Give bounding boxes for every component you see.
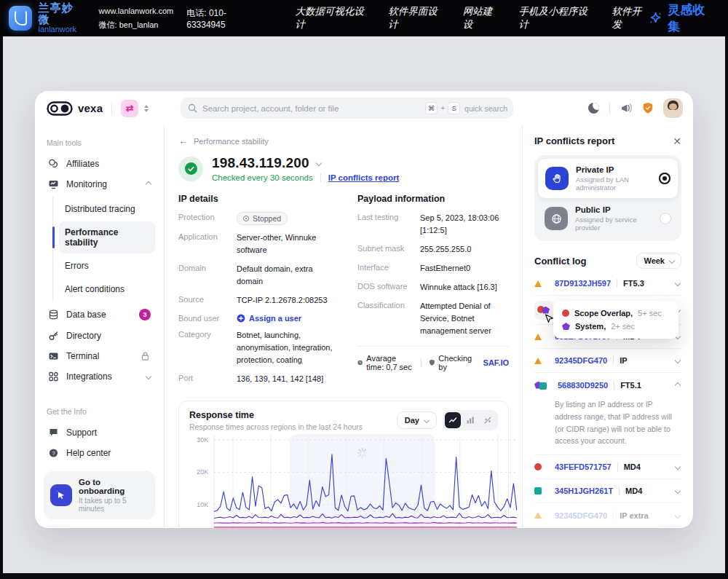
- radio-selected[interactable]: [659, 173, 670, 184]
- sidebar-item-help-center[interactable]: ? Help center: [44, 444, 155, 462]
- banner-nav-item[interactable]: 软件开发: [612, 5, 649, 31]
- sidebar-subitem-distributed-tracing[interactable]: Distributed tracing: [59, 198, 155, 220]
- safio-link[interactable]: SAF.IO: [483, 358, 509, 367]
- sidebar-item-label: Terminal: [66, 351, 99, 361]
- security-shield-icon[interactable]: [642, 102, 654, 114]
- coins-icon: [48, 159, 59, 169]
- ip-details-title: IP details: [178, 194, 339, 204]
- banner-nav-item[interactable]: 网站建设: [463, 5, 500, 31]
- banner-nav-item[interactable]: 大数据可视化设计: [295, 5, 369, 31]
- sidebar-item-label: Help center: [66, 448, 111, 458]
- banner-website: www.lanlanwork.com: [99, 4, 174, 18]
- sidebar-item-integrations[interactable]: Integrations: [44, 367, 155, 386]
- chart-subtitle: Response times across regions in the las…: [189, 422, 363, 431]
- inspiration-collect-button[interactable]: 灵感收集: [649, 1, 715, 35]
- chevron-down-icon[interactable]: [675, 512, 681, 518]
- log-range-dropdown[interactable]: Week: [636, 253, 681, 269]
- divider: [614, 381, 614, 390]
- conflict-id-link[interactable]: 92345DFG470: [555, 356, 607, 365]
- average-time: Avarage time: 0,7 sec: [366, 354, 414, 371]
- chevron-down-icon: [424, 417, 430, 423]
- scatter-chart-toggle[interactable]: [480, 412, 496, 428]
- option-public-ip[interactable]: Public IP Assigned by service provider: [537, 199, 678, 238]
- conflict-id-link[interactable]: 345H1JGH261T: [555, 487, 613, 495]
- sidebar-subitem-performance-stability[interactable]: Performance stability: [59, 221, 155, 253]
- chevron-down-icon[interactable]: [675, 280, 681, 286]
- log-row[interactable]: 345H1JGH261T MD4: [534, 479, 681, 503]
- log-row[interactable]: 92345DFG470 IP: [534, 349, 681, 373]
- bar-chart-toggle[interactable]: [462, 412, 478, 428]
- search-input[interactable]: [202, 104, 425, 113]
- field-value: Server-other, Winnuke software: [237, 232, 339, 256]
- user-avatar[interactable]: [663, 98, 683, 118]
- onboarding-card[interactable]: Go to onboarding It takes up to 5 minute…: [44, 471, 155, 519]
- dark-mode-icon[interactable]: [588, 103, 599, 114]
- field-label: Classification: [357, 300, 420, 337]
- sidebar-item-affiliates[interactable]: Affiliates: [44, 154, 155, 173]
- sidebar-item-database[interactable]: Data base 3: [44, 304, 155, 325]
- divider: [609, 103, 610, 114]
- sidebar-subitem-errors[interactable]: Errors: [59, 255, 155, 277]
- conflict-tag: FT5.1: [620, 381, 641, 390]
- workspace-switch-icon[interactable]: ⇄: [121, 100, 138, 117]
- conflict-tag: MD4: [624, 462, 641, 471]
- conflict-id-link[interactable]: 43FEFD571757: [555, 462, 612, 471]
- breadcrumb-label: Performance stability: [194, 137, 269, 146]
- option-private-ip[interactable]: Private IP Assigned by LAN administrator: [537, 158, 678, 199]
- log-row[interactable]: 43FEFD571757 MD4: [534, 455, 681, 479]
- workspace-sort-toggle[interactable]: [144, 105, 149, 112]
- conflict-tag: FT5.3: [623, 279, 644, 288]
- log-row[interactable]: 87D9132JH597 FT5.3: [534, 272, 681, 296]
- chevron-down-icon[interactable]: [316, 160, 322, 166]
- database-count-badge: 3: [139, 309, 151, 320]
- field-value: TCP-IP 2.1.2678.2:08253: [237, 294, 328, 307]
- log-row-disabled[interactable]: 92345DFG470 IP extra: [534, 503, 681, 527]
- app-window: vexa ⇄ ⌘ + S quick search Main tools Aff…: [35, 91, 693, 528]
- field-label: DOS software: [357, 281, 420, 294]
- field-value: FastEthernet0: [420, 262, 470, 275]
- response-time-card: Response time Response times across regi…: [178, 401, 509, 528]
- banner-brand: 兰亭妙微 lanlanwork: [38, 2, 82, 34]
- banner-nav-item[interactable]: 软件界面设计: [388, 5, 443, 31]
- sidebar-item-support[interactable]: Support: [44, 423, 155, 442]
- divider: [613, 356, 614, 365]
- svg-text:30K: 30K: [197, 436, 208, 444]
- sidebar-subitem-alert-conditions[interactable]: Alert conditions: [59, 278, 155, 300]
- chevron-up-icon[interactable]: [675, 382, 681, 387]
- warning-triangle-icon: [534, 512, 542, 519]
- checking-by-label: Checking by: [438, 354, 473, 371]
- sidebar-item-terminal[interactable]: Terminal: [44, 347, 155, 366]
- payload-footer: Avarage time: 0,7 sec Checking by SAF.IO: [357, 346, 509, 371]
- range-dropdown[interactable]: Day: [397, 411, 437, 429]
- sidebar-item-directory[interactable]: Directory: [44, 326, 155, 345]
- back-arrow-icon[interactable]: ←: [178, 135, 188, 146]
- divider: [617, 462, 618, 471]
- shield-check-icon: [429, 358, 435, 367]
- conflict-id-link[interactable]: 92345DFG470: [555, 511, 607, 520]
- chevron-down-icon[interactable]: [675, 488, 681, 494]
- close-icon[interactable]: ✕: [673, 136, 681, 146]
- response-time-chart[interactable]: 010K20K30K8 PM11 PM2 AM5 AM8 AM11 AM2 PM…: [189, 431, 522, 528]
- desktop-background: vexa ⇄ ⌘ + S quick search Main tools Aff…: [3, 36, 725, 573]
- line-chart-toggle[interactable]: [445, 412, 461, 428]
- sidebar-item-monitoring[interactable]: Monitoring: [44, 175, 155, 194]
- global-search-bar[interactable]: ⌘ + S quick search: [181, 98, 513, 119]
- radio-unselected[interactable]: [660, 213, 671, 224]
- chevron-down-icon[interactable]: [675, 464, 681, 470]
- sidebar-item-label: Integrations: [66, 371, 112, 382]
- ip-conflicts-report-link[interactable]: IP conflicts report: [328, 173, 400, 182]
- log-row-expanded[interactable]: 568830D9250 FT5.1: [534, 373, 681, 397]
- breadcrumb[interactable]: ← Performance stability: [178, 135, 509, 146]
- field-label: Port: [178, 373, 237, 385]
- banner-nav-item[interactable]: 手机及小程序设计: [519, 5, 593, 31]
- conflict-id-link[interactable]: 568830D9250: [558, 381, 608, 390]
- chevron-down-icon[interactable]: [675, 358, 681, 363]
- warning-triangle-icon: [534, 280, 542, 287]
- database-icon: [48, 310, 59, 320]
- checked-status: Checked every 30 seconds: [212, 173, 313, 182]
- assign-user-link[interactable]: Assign a user: [237, 313, 301, 323]
- lock-icon: [140, 352, 151, 361]
- svg-text:?: ?: [52, 450, 55, 457]
- announcement-icon[interactable]: [620, 103, 633, 114]
- conflict-id-link[interactable]: 87D9132JH597: [555, 279, 611, 288]
